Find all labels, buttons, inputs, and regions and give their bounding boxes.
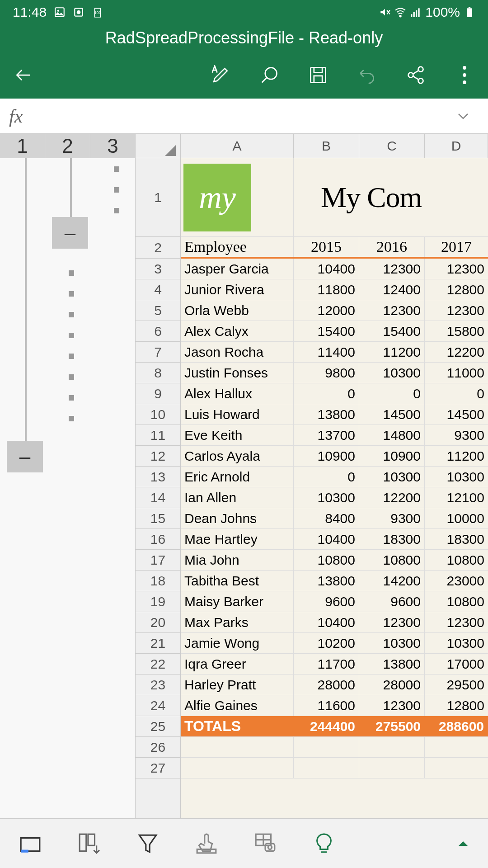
value-2016[interactable]: 14200 (359, 571, 425, 591)
column-header-d[interactable]: D (425, 134, 488, 158)
value-2015[interactable]: 10400 (294, 259, 359, 279)
value-2016[interactable]: 13800 (359, 654, 425, 674)
row-header[interactable]: 19 (136, 591, 180, 612)
expand-up-icon[interactable] (456, 836, 470, 851)
value-2017[interactable]: 17000 (425, 654, 488, 674)
value-2015[interactable]: 11700 (294, 654, 359, 674)
value-2016[interactable]: 10900 (359, 446, 425, 466)
row-header[interactable]: 15 (136, 508, 180, 529)
value-2015[interactable]: 0 (294, 467, 359, 487)
value-2016[interactable]: 12300 (359, 612, 425, 632)
value-2017[interactable]: 12800 (425, 695, 488, 716)
value-2017[interactable]: 11000 (425, 363, 488, 383)
value-2016[interactable]: 12400 (359, 279, 425, 300)
header-2017[interactable]: 2017 (425, 237, 488, 257)
value-2015[interactable]: 11800 (294, 279, 359, 300)
employee-name[interactable]: Mae Hartley (181, 529, 294, 549)
row-header[interactable]: 13 (136, 467, 180, 487)
value-2017[interactable]: 12300 (425, 612, 488, 632)
value-2016[interactable]: 12200 (359, 487, 425, 508)
undo-icon[interactable] (356, 64, 378, 86)
row-header[interactable]: 6 (136, 321, 180, 342)
value-2017[interactable]: 12800 (425, 279, 488, 300)
employee-name[interactable]: Iqra Greer (181, 654, 294, 674)
value-2015[interactable]: 11400 (294, 342, 359, 362)
employee-name[interactable]: Dean Johns (181, 508, 294, 528)
share-icon[interactable] (405, 64, 427, 86)
row-header[interactable]: 23 (136, 675, 180, 695)
employee-name[interactable]: Ian Allen (181, 487, 294, 508)
outline-collapse-2[interactable]: – (52, 217, 88, 249)
value-2017[interactable]: 29500 (425, 675, 488, 695)
value-2017[interactable]: 15800 (425, 321, 488, 341)
totals-2015[interactable]: 244400 (294, 716, 359, 736)
sheet-icon[interactable] (18, 831, 42, 856)
value-2015[interactable]: 11600 (294, 695, 359, 716)
row-header[interactable]: 18 (136, 571, 180, 591)
employee-name[interactable]: Eric Arnold (181, 467, 294, 487)
value-2017[interactable]: 14500 (425, 404, 488, 425)
totals-2016[interactable]: 275500 (359, 716, 425, 736)
value-2017[interactable]: 11200 (425, 446, 488, 466)
header-employee[interactable]: Employee (181, 237, 294, 257)
value-2015[interactable]: 9600 (294, 591, 359, 612)
value-2016[interactable]: 10300 (359, 363, 425, 383)
value-2016[interactable]: 12300 (359, 300, 425, 321)
value-2016[interactable]: 14500 (359, 404, 425, 425)
edit-icon[interactable] (210, 64, 231, 86)
back-button[interactable] (13, 64, 34, 86)
employee-name[interactable]: Harley Pratt (181, 675, 294, 695)
value-2015[interactable]: 13700 (294, 425, 359, 445)
value-2017[interactable]: 10800 (425, 550, 488, 570)
value-2015[interactable]: 9800 (294, 363, 359, 383)
row-header[interactable]: 2 (136, 237, 180, 259)
value-2016[interactable]: 12300 (359, 695, 425, 716)
totals-2017[interactable]: 288600 (425, 716, 488, 736)
camera-grid-icon[interactable] (253, 831, 277, 856)
employee-name[interactable]: Justin Fonses (181, 363, 294, 383)
value-2015[interactable]: 8400 (294, 508, 359, 528)
value-2016[interactable]: 28000 (359, 675, 425, 695)
value-2017[interactable]: 9300 (425, 425, 488, 445)
value-2017[interactable]: 12100 (425, 487, 488, 508)
employee-name[interactable]: Alex Hallux (181, 383, 294, 404)
logo-cell[interactable]: my (181, 158, 294, 236)
employee-name[interactable]: Jasper Garcia (181, 259, 294, 279)
value-2016[interactable]: 14800 (359, 425, 425, 445)
row-header[interactable]: 26 (136, 737, 180, 758)
value-2017[interactable]: 23000 (425, 571, 488, 591)
filter-icon[interactable] (136, 831, 160, 856)
value-2015[interactable]: 12000 (294, 300, 359, 321)
employee-name[interactable]: Luis Howard (181, 404, 294, 425)
row-header[interactable]: 21 (136, 633, 180, 654)
value-2016[interactable]: 11200 (359, 342, 425, 362)
value-2015[interactable]: 28000 (294, 675, 359, 695)
value-2016[interactable]: 10800 (359, 550, 425, 570)
row-header[interactable]: 12 (136, 446, 180, 467)
row-header[interactable]: 7 (136, 342, 180, 363)
row-header[interactable]: 4 (136, 279, 180, 300)
header-2016[interactable]: 2016 (359, 237, 425, 257)
row-header[interactable]: 17 (136, 550, 180, 571)
row-header[interactable]: 14 (136, 487, 180, 508)
sort-icon[interactable] (77, 831, 101, 856)
employee-name[interactable]: Maisy Barker (181, 591, 294, 612)
value-2017[interactable]: 18300 (425, 529, 488, 549)
row-header[interactable]: 9 (136, 383, 180, 404)
value-2017[interactable]: 10000 (425, 508, 488, 528)
more-menu[interactable] (454, 64, 475, 86)
row-header[interactable]: 1 (136, 158, 180, 237)
row-header[interactable]: 22 (136, 654, 180, 675)
value-2015[interactable]: 0 (294, 383, 359, 404)
value-2015[interactable]: 10800 (294, 550, 359, 570)
outline-collapse-1[interactable]: – (7, 441, 43, 472)
chevron-down-icon[interactable] (447, 108, 479, 124)
value-2015[interactable]: 10400 (294, 612, 359, 632)
employee-name[interactable]: Junior Rivera (181, 279, 294, 300)
value-2017[interactable]: 0 (425, 383, 488, 404)
value-2015[interactable]: 15400 (294, 321, 359, 341)
outline-level-2[interactable]: 2 (45, 134, 90, 158)
value-2017[interactable]: 10300 (425, 633, 488, 653)
totals-label[interactable]: TOTALS (181, 716, 294, 736)
value-2015[interactable]: 10200 (294, 633, 359, 653)
